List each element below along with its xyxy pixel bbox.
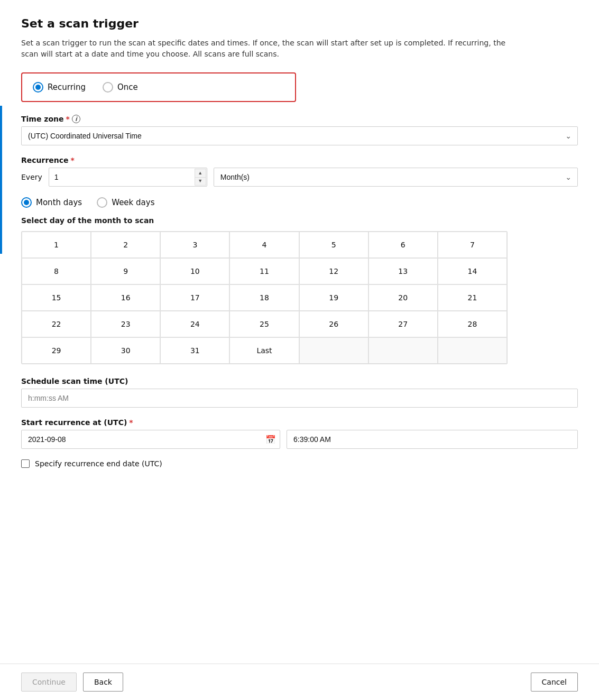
page-title: Set a scan trigger: [21, 17, 578, 30]
calendar-day-22[interactable]: 22: [22, 311, 91, 337]
start-recurrence-label: Start recurrence at (UTC) *: [21, 418, 578, 427]
calendar-day-23[interactable]: 23: [91, 311, 160, 337]
spinner-buttons: ▲ ▼: [195, 169, 206, 186]
calendar-day-11[interactable]: 11: [229, 258, 299, 284]
spinner-down-button[interactable]: ▼: [195, 177, 206, 186]
recurring-option[interactable]: Recurring: [33, 82, 86, 93]
calendar-day-30[interactable]: 30: [91, 337, 160, 364]
calendar-day-21[interactable]: 21: [438, 284, 507, 311]
start-recurrence-row: 📅: [21, 430, 578, 449]
calendar-icon-button[interactable]: 📅: [265, 435, 276, 445]
timezone-select[interactable]: (UTC) Coordinated Universal Time(UTC-05:…: [21, 126, 578, 145]
calendar-day-16[interactable]: 16: [91, 284, 160, 311]
end-date-checkbox[interactable]: [21, 459, 30, 468]
calendar-day-8[interactable]: 8: [22, 258, 91, 284]
calendar-day-9[interactable]: 9: [91, 258, 160, 284]
month-days-radio-fill: [24, 200, 29, 205]
period-select-wrapper: Month(s) Day(s) Week(s) Year(s) ⌄: [214, 168, 578, 187]
back-button[interactable]: Back: [83, 673, 123, 692]
calendar-day-17[interactable]: 17: [160, 284, 229, 311]
schedule-time-label: Schedule scan time (UTC): [21, 377, 578, 385]
month-days-radio[interactable]: [21, 197, 32, 208]
page-description: Set a scan trigger to run the scan at sp…: [21, 38, 508, 60]
every-label: Every: [21, 173, 42, 181]
month-days-option[interactable]: Month days: [21, 197, 82, 208]
timezone-required: *: [66, 115, 70, 123]
cancel-button[interactable]: Cancel: [531, 673, 578, 692]
calendar-day-31[interactable]: 31: [160, 337, 229, 364]
calendar-grid: 1234567891011121314151617181920212223242…: [21, 231, 508, 364]
calendar-day-5[interactable]: 5: [299, 232, 368, 258]
once-option[interactable]: Once: [103, 82, 138, 93]
calendar-empty-cell: [368, 337, 438, 364]
calendar-day-3[interactable]: 3: [160, 232, 229, 258]
spinner-up-button[interactable]: ▲: [195, 169, 206, 177]
calendar-empty-cell: [299, 337, 368, 364]
calendar-day-20[interactable]: 20: [368, 284, 438, 311]
trigger-type-group: Recurring Once: [21, 72, 296, 102]
week-days-option[interactable]: Week days: [97, 197, 154, 208]
calendar-day-4[interactable]: 4: [229, 232, 299, 258]
start-recurrence-group: Start recurrence at (UTC) * 📅: [21, 418, 578, 449]
calendar-day-26[interactable]: 26: [299, 311, 368, 337]
calendar-day-12[interactable]: 12: [299, 258, 368, 284]
calendar-label: Select day of the month to scan: [21, 216, 578, 225]
timezone-select-wrapper: (UTC) Coordinated Universal Time(UTC-05:…: [21, 126, 578, 145]
recurring-radio-fill: [35, 85, 41, 90]
calendar-day-last[interactable]: Last: [229, 337, 299, 364]
calendar-day-28[interactable]: 28: [438, 311, 507, 337]
month-days-label: Month days: [36, 198, 82, 207]
start-time-input[interactable]: [287, 430, 578, 449]
every-number-wrapper: ▲ ▼: [49, 168, 207, 187]
week-days-radio[interactable]: [97, 197, 107, 208]
calendar-day-13[interactable]: 13: [368, 258, 438, 284]
timezone-group: Time zone * i (UTC) Coordinated Universa…: [21, 115, 578, 145]
calendar-day-18[interactable]: 18: [229, 284, 299, 311]
every-row: Every ▲ ▼ Month(s) Day(s) Week(s) Year(s…: [21, 168, 578, 187]
timezone-info-icon[interactable]: i: [72, 115, 80, 123]
footer-left: Continue Back: [21, 673, 123, 692]
calendar-day-24[interactable]: 24: [160, 311, 229, 337]
recurring-radio[interactable]: [33, 82, 43, 93]
calendar-day-10[interactable]: 10: [160, 258, 229, 284]
period-select[interactable]: Month(s) Day(s) Week(s) Year(s): [214, 168, 578, 187]
calendar-day-1[interactable]: 1: [22, 232, 91, 258]
footer: Continue Back Cancel: [0, 664, 599, 700]
calendar-day-7[interactable]: 7: [438, 232, 507, 258]
start-recurrence-required: *: [129, 418, 133, 427]
calendar-section: Select day of the month to scan 12345678…: [21, 216, 578, 364]
once-label: Once: [117, 82, 138, 92]
calendar-day-14[interactable]: 14: [438, 258, 507, 284]
recurring-label: Recurring: [48, 82, 86, 92]
schedule-time-group: Schedule scan time (UTC): [21, 377, 578, 408]
start-date-input[interactable]: [21, 430, 280, 449]
recurrence-section: Recurrence * Every ▲ ▼ Month(s) Day(s): [21, 156, 578, 187]
every-number-input[interactable]: [49, 168, 207, 187]
continue-button[interactable]: Continue: [21, 673, 77, 692]
calendar-day-15[interactable]: 15: [22, 284, 91, 311]
week-days-label: Week days: [112, 198, 154, 207]
end-date-label: Specify recurrence end date (UTC): [35, 459, 162, 468]
calendar-day-29[interactable]: 29: [22, 337, 91, 364]
calendar-day-19[interactable]: 19: [299, 284, 368, 311]
calendar-day-6[interactable]: 6: [368, 232, 438, 258]
schedule-time-input[interactable]: [21, 389, 578, 408]
end-date-row: Specify recurrence end date (UTC): [21, 459, 578, 468]
day-type-group: Month days Week days: [21, 197, 578, 208]
date-input-wrapper: 📅: [21, 430, 280, 449]
calendar-day-27[interactable]: 27: [368, 311, 438, 337]
calendar-empty-cell: [438, 337, 507, 364]
once-radio[interactable]: [103, 82, 113, 93]
calendar-day-25[interactable]: 25: [229, 311, 299, 337]
recurrence-label: Recurrence *: [21, 156, 578, 164]
timezone-label: Time zone * i: [21, 115, 578, 123]
calendar-day-2[interactable]: 2: [91, 232, 160, 258]
recurrence-required: *: [71, 156, 75, 164]
